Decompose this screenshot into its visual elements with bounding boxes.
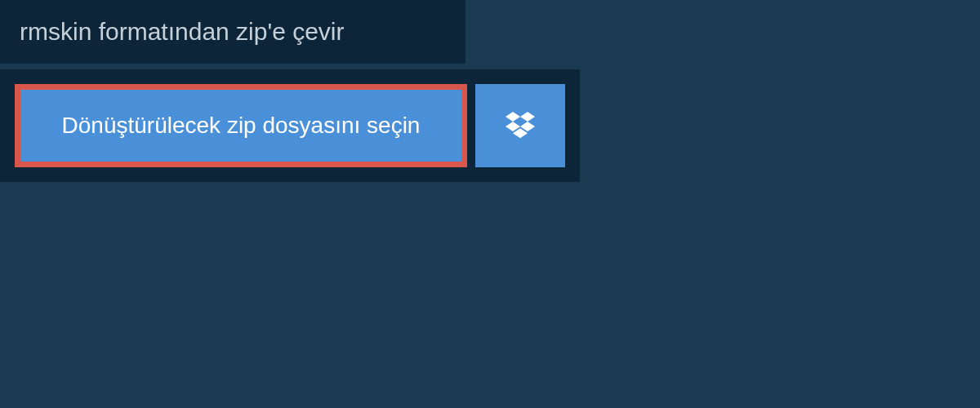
header-bar: rmskin formatından zip'e çevir xyxy=(0,0,466,64)
dropbox-icon xyxy=(506,109,535,142)
select-file-button[interactable]: Dönüştürülecek zip dosyasını seçin xyxy=(15,84,467,167)
upload-panel: Dönüştürülecek zip dosyasını seçin xyxy=(0,69,580,182)
select-file-label: Dönüştürülecek zip dosyasını seçin xyxy=(62,113,421,139)
page-title: rmskin formatından zip'e çevir xyxy=(20,18,446,46)
dropbox-button[interactable] xyxy=(475,84,565,167)
